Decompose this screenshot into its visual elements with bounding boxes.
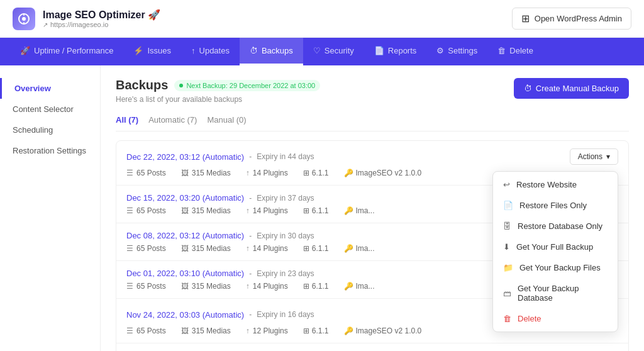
key-icon: 🔑 xyxy=(344,206,353,215)
filter-tab-automatic[interactable]: Automatic (7) xyxy=(148,114,197,126)
medias-icon: 🖼 xyxy=(181,326,189,335)
plugins-icon: ↑ xyxy=(246,244,250,253)
medias-meta: 🖼 315 Medias xyxy=(181,244,231,253)
actions-button-0[interactable]: Actions ▾ xyxy=(570,148,618,165)
wp-admin-label: Open WordPress Admin xyxy=(535,14,622,23)
medias-icon: 🖼 xyxy=(181,244,189,253)
restore-files-icon: 📄 xyxy=(503,201,513,210)
backup-row-top: Dec 22, 2022, 03:12 (Automatic) - Expiry… xyxy=(126,148,618,165)
filter-tab-manual[interactable]: Manual (0) xyxy=(207,114,246,126)
wp-version-meta: ⊞ 6.1.1 xyxy=(303,282,329,291)
nav-item-reports[interactable]: 📄 Reports xyxy=(364,38,427,65)
plugin-version-meta: 🔑 Ima... xyxy=(344,244,375,253)
restore-website-icon: ↩ xyxy=(503,180,510,189)
nav-item-issues[interactable]: ⚡ Issues xyxy=(123,38,181,65)
wp-version-icon: ⊞ xyxy=(303,282,309,291)
key-icon: 🔑 xyxy=(344,244,353,253)
posts-icon: ☰ xyxy=(126,244,133,253)
plugins-meta: ↑ 12 Plugins xyxy=(246,326,288,335)
medias-meta: 🖼 315 Medias xyxy=(181,326,231,335)
backups-icon: ⏱ xyxy=(250,46,258,55)
medias-icon: 🖼 xyxy=(181,282,189,291)
key-icon: 🔑 xyxy=(344,326,353,335)
nav-item-uptime[interactable]: 🚀 Uptime / Performance xyxy=(10,38,123,65)
create-backup-icon: ⏱ xyxy=(524,84,532,93)
header: Image SEO Optimizer 🚀 ↗ https://imageseo… xyxy=(0,0,644,38)
key-icon: 🔑 xyxy=(344,282,353,291)
wp-version-icon: ⊞ xyxy=(303,169,309,177)
plugins-icon: ↑ xyxy=(246,326,250,335)
sidebar-item-restoration-settings[interactable]: Restoration Settings xyxy=(0,140,100,161)
dropdown-item-restore-website[interactable]: ↩ Restore Website xyxy=(493,174,618,195)
nav-item-security[interactable]: ♡ Security xyxy=(303,38,364,65)
dropdown-item-restore-database[interactable]: 🗄 Restore Database Only xyxy=(493,216,618,237)
nav-item-backups[interactable]: ⏱ Backups xyxy=(240,38,303,65)
app-logo xyxy=(13,8,35,30)
page-title: Backups Next Backup: 29 December 2022 at… xyxy=(116,78,320,92)
plugins-icon: ↑ xyxy=(246,206,250,215)
wp-version-meta: ⊞ 6.1.1 xyxy=(303,206,329,215)
plugins-meta: ↑ 14 Plugins xyxy=(246,206,288,215)
create-backup-button[interactable]: ⏱ Create Manual Backup xyxy=(514,78,629,99)
sidebar: Overview Content Selector Scheduling Res… xyxy=(0,65,101,351)
security-icon: ♡ xyxy=(313,46,321,55)
key-icon: 🔑 xyxy=(344,169,353,177)
plugin-version-meta: 🔑 Ima... xyxy=(344,282,375,291)
backup-date: Dec 22, 2022, 03:12 (Automatic) xyxy=(126,152,244,162)
medias-meta: 🖼 315 Medias xyxy=(181,169,231,177)
posts-meta: ☰ 65 Posts xyxy=(126,282,166,291)
nav-item-updates[interactable]: ↑ Updates xyxy=(181,38,240,65)
backup-row: Dec 22, 2022, 03:12 (Automatic) - Expiry… xyxy=(116,141,628,186)
posts-meta: ☰ 65 Posts xyxy=(126,244,166,253)
posts-icon: ☰ xyxy=(126,206,133,215)
wp-version-icon: ⊞ xyxy=(303,244,309,253)
main-nav: 🚀 Uptime / Performance ⚡ Issues ↑ Update… xyxy=(0,38,644,65)
backup-date: Dec 08, 2022, 03:12 (Automatic) xyxy=(126,231,244,240)
badge-dot xyxy=(179,84,183,87)
issues-icon: ⚡ xyxy=(133,46,143,55)
backup-title: Dec 22, 2022, 03:12 (Automatic) - Expiry… xyxy=(126,152,314,162)
backup-expiry: Expiry in 37 days xyxy=(257,194,314,203)
wp-version-icon: ⊞ xyxy=(303,326,309,335)
backup-title: Dec 01, 2022, 03:10 (Automatic) - Expiry… xyxy=(126,269,314,278)
nav-item-delete[interactable]: 🗑 Delete xyxy=(487,38,543,65)
updates-icon: ↑ xyxy=(191,46,196,55)
nav-item-settings[interactable]: ⚙ Settings xyxy=(426,38,487,65)
filter-tab-all[interactable]: All (7) xyxy=(116,114,138,126)
plugins-meta: ↑ 14 Plugins xyxy=(246,169,288,177)
plugins-meta: ↑ 14 Plugins xyxy=(246,282,288,291)
dropdown-item-backup-files[interactable]: 📁 Get Your Backup Files xyxy=(493,257,618,278)
app-info: Image SEO Optimizer 🚀 ↗ https://imageseo… xyxy=(43,9,160,28)
uptime-icon: 🚀 xyxy=(20,46,30,55)
plugin-version-meta: 🔑 ImageSEO v2 1.0.0 xyxy=(344,326,422,335)
dropdown-item-delete[interactable]: 🗑 Delete xyxy=(493,308,618,329)
sidebar-item-overview[interactable]: Overview xyxy=(0,78,100,99)
plugins-icon: ↑ xyxy=(246,282,250,291)
dropdown-item-full-backup[interactable]: ⬇ Get Your Full Backup xyxy=(493,237,618,257)
dropdown-item-restore-files[interactable]: 📄 Restore Files Only xyxy=(493,195,618,216)
backup-expiry: Expiry in 30 days xyxy=(257,231,314,240)
header-left: Image SEO Optimizer 🚀 ↗ https://imageseo… xyxy=(13,8,160,30)
backup-database-icon: 🗃 xyxy=(503,289,511,298)
restore-database-icon: 🗄 xyxy=(503,221,511,231)
layout: Overview Content Selector Scheduling Res… xyxy=(0,65,644,351)
plugin-version-meta: 🔑 ImageSEO v2 1.0.0 xyxy=(344,169,422,177)
backup-row: Nov 17, 2022, 03:02 (Automatic) - Expiry… xyxy=(116,343,628,351)
plugin-version-meta: 🔑 Ima... xyxy=(344,206,375,215)
plugins-icon: ↑ xyxy=(246,169,250,177)
url-icon: ↗ xyxy=(43,21,48,28)
backup-date: Dec 01, 2022, 03:10 (Automatic) xyxy=(126,269,244,278)
wp-admin-button[interactable]: ⊞ Open WordPress Admin xyxy=(512,8,631,30)
page-title-area: Backups Next Backup: 29 December 2022 at… xyxy=(116,78,320,104)
backup-row-actions: Actions ▾ ↩ Restore Website 📄 Restore xyxy=(570,148,618,165)
backup-files-icon: 📁 xyxy=(503,263,513,272)
posts-icon: ☰ xyxy=(126,282,133,291)
chevron-down-icon: ▾ xyxy=(606,152,610,161)
posts-meta: ☰ 65 Posts xyxy=(126,169,166,177)
sidebar-item-scheduling[interactable]: Scheduling xyxy=(0,120,100,140)
posts-meta: ☰ 65 Posts xyxy=(126,326,166,335)
dropdown-item-backup-database[interactable]: 🗃 Get Your Backup Database xyxy=(493,278,618,308)
sidebar-item-content-selector[interactable]: Content Selector xyxy=(0,99,100,120)
wp-version-icon: ⊞ xyxy=(303,206,309,215)
backup-title: Dec 08, 2022, 03:12 (Automatic) - Expiry… xyxy=(126,231,314,240)
